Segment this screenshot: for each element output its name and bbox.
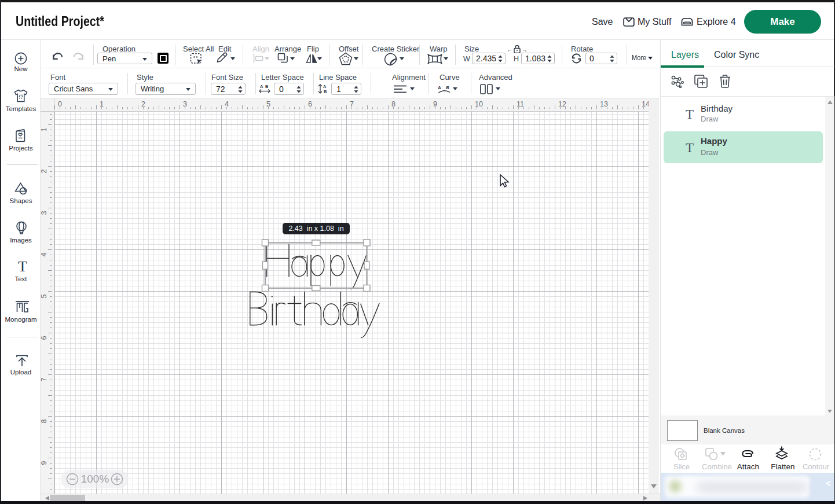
svg-text:B: B [324, 89, 327, 94]
svg-text:A: A [323, 84, 327, 89]
svg-text:B: B [446, 85, 449, 90]
svg-text:B: B [265, 84, 269, 89]
svg-text:A: A [438, 85, 441, 90]
svg-text:A: A [260, 84, 263, 89]
